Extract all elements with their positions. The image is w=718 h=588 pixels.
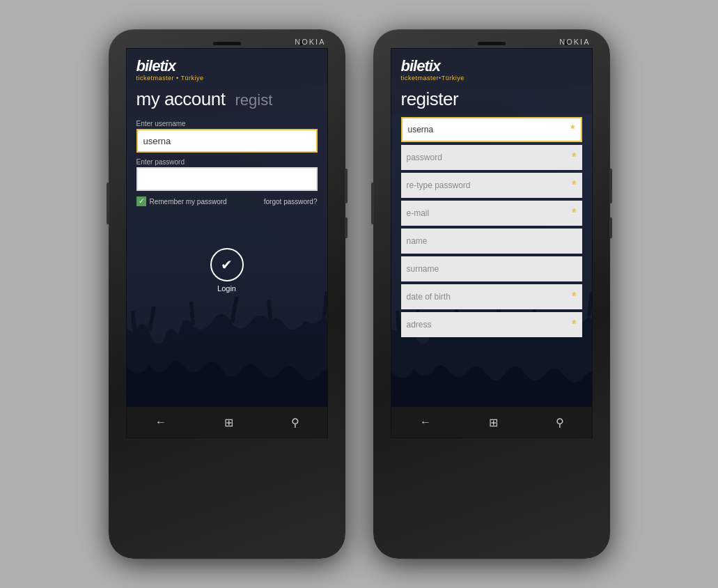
phone-top-bar-2: NOKIA: [373, 29, 610, 48]
page-title-row: my account regist: [127, 86, 327, 114]
register-dob-field[interactable]: date of birth *: [401, 284, 582, 309]
register-username-field[interactable]: userna *: [401, 117, 582, 142]
check-icon: ✓: [139, 198, 144, 205]
login-button[interactable]: ✔: [210, 248, 244, 281]
remember-label: Remember my password: [150, 198, 227, 206]
register-password-placeholder: password: [407, 153, 572, 162]
register-address-placeholder: adress: [407, 320, 572, 330]
login-button-label: Login: [217, 284, 236, 293]
register-email-field[interactable]: e-mail *: [401, 201, 582, 226]
back-nav-button[interactable]: ←: [155, 416, 166, 428]
register-form: userna * password * re-type password * e…: [391, 114, 592, 339]
dob-required-star: *: [572, 291, 576, 303]
brand-subtitle-2: ticketmaster•Türkiye: [401, 75, 582, 82]
brand-header-2: biletix ticketmaster•Türkiye: [391, 49, 592, 86]
ticketmaster-text: ticketmaster: [136, 75, 175, 82]
register-surname-field[interactable]: surname: [401, 256, 582, 281]
power-button[interactable]: [345, 169, 348, 203]
register-retype-password-field[interactable]: re-type password *: [401, 173, 582, 198]
username-label: Enter username: [136, 120, 318, 127]
register-name-field[interactable]: name: [401, 229, 582, 254]
bottom-nav-login: ← ⊞ ⚲: [127, 407, 328, 438]
register-retype-placeholder: re-type password: [407, 180, 572, 190]
phone-register: NOKIA biletix ticketmaster•Türkiye reg: [373, 29, 610, 559]
page-title-register-link[interactable]: regist: [235, 91, 272, 109]
forgot-password-link[interactable]: forgot password?: [264, 198, 318, 206]
turkiye-text: Türkiye: [181, 75, 204, 82]
register-screen-content: biletix ticketmaster•Türkiye register us…: [391, 49, 592, 438]
login-screen-content: biletix ticketmaster • Türkiye my accoun…: [127, 49, 327, 438]
page-title-my-account[interactable]: my account: [136, 88, 226, 110]
home-nav-button[interactable]: ⊞: [224, 416, 233, 429]
page-title-register: register: [401, 88, 459, 110]
remember-row: ✓ Remember my password forgot password?: [136, 196, 318, 206]
register-email-placeholder: e-mail: [407, 208, 572, 218]
register-username-value: userna: [408, 125, 571, 134]
retype-required-star: *: [572, 179, 576, 192]
brand-title-2: biletix: [401, 59, 582, 74]
brand-header: biletix ticketmaster • Türkiye: [127, 49, 327, 86]
username-required-star: *: [570, 123, 575, 136]
brand-title: biletix: [136, 59, 318, 74]
phone-bottom-2: [373, 438, 610, 452]
register-name-placeholder: name: [407, 236, 577, 246]
speaker-2: [478, 42, 506, 45]
speaker: [213, 42, 241, 45]
register-password-field[interactable]: password *: [401, 145, 582, 170]
phone-top-bar: NOKIA: [109, 29, 345, 48]
remember-left: ✓ Remember my password: [136, 196, 227, 206]
camera-button[interactable]: [345, 217, 348, 238]
nokia-brand: NOKIA: [295, 38, 325, 46]
register-title-row: register: [391, 86, 592, 114]
address-required-star: *: [572, 318, 576, 331]
login-form: Enter username Enter password ✓ Remember…: [127, 114, 327, 206]
search-nav-button-2[interactable]: ⚲: [556, 416, 564, 429]
back-nav-button-2[interactable]: ←: [420, 416, 431, 428]
phone-login: NOKIA: [109, 29, 345, 559]
dot: •: [176, 75, 179, 82]
password-label: Enter password: [136, 158, 318, 166]
username-input[interactable]: [136, 129, 318, 153]
brand-subtitle: ticketmaster • Türkiye: [136, 75, 318, 82]
turkiye-text-2: Türkiye: [442, 75, 465, 82]
volume-button[interactable]: [107, 183, 109, 224]
password-required-star: *: [572, 151, 576, 164]
bottom-nav-register: ← ⊞ ⚲: [391, 407, 593, 438]
power-button-2[interactable]: [609, 169, 612, 203]
password-input[interactable]: [136, 167, 318, 191]
home-nav-button-2[interactable]: ⊞: [489, 416, 498, 429]
phone-bottom: [109, 438, 345, 452]
email-required-star: *: [572, 207, 576, 219]
register-dob-placeholder: date of birth: [407, 292, 572, 302]
camera-button-2[interactable]: [609, 217, 612, 238]
ticketmaster-text-2: ticketmaster: [401, 75, 439, 82]
volume-button-2[interactable]: [371, 183, 374, 224]
login-button-area: ✔ Login: [127, 248, 327, 293]
remember-checkbox[interactable]: ✓: [136, 196, 146, 206]
login-screen: biletix ticketmaster • Türkiye my accoun…: [126, 48, 328, 438]
search-nav-button[interactable]: ⚲: [291, 416, 299, 429]
register-address-field[interactable]: adress *: [401, 312, 582, 337]
register-surname-placeholder: surname: [407, 264, 577, 274]
register-screen: biletix ticketmaster•Türkiye register us…: [391, 48, 593, 438]
nokia-brand-2: NOKIA: [559, 38, 590, 46]
